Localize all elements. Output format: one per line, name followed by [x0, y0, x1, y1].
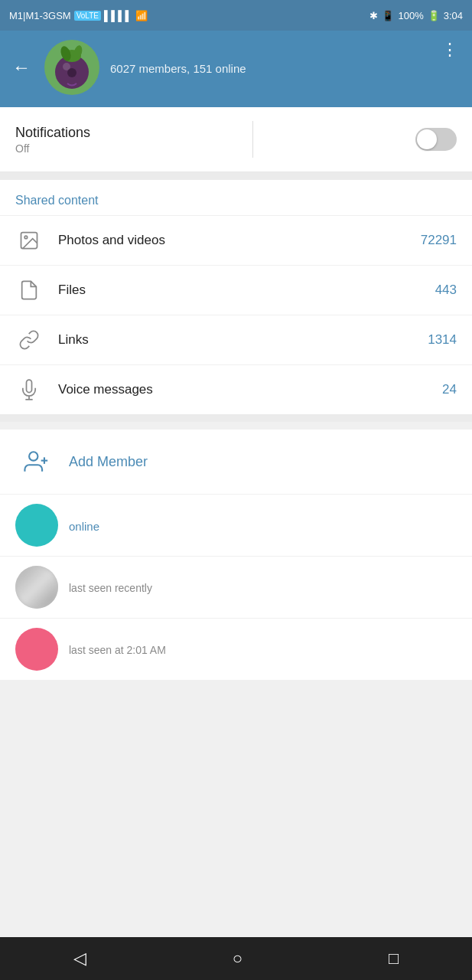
status-bar-left: M1|M1-3GSM VoLTE ▌▌▌▌ 📶	[9, 10, 148, 21]
voice-count: 24	[442, 382, 457, 397]
carrier-label: M1|M1-3GSM	[9, 10, 71, 21]
group-avatar	[44, 40, 99, 95]
files-label: Files	[58, 283, 435, 298]
time-label: 3:04	[444, 10, 463, 21]
notifications-label: Notifications	[15, 125, 90, 141]
notifications-status: Off	[15, 142, 90, 155]
battery-icon: 🔋	[428, 10, 440, 21]
bluetooth-icon: ✱	[369, 10, 378, 21]
members-section: Add Member online last seen recently las…	[0, 430, 472, 681]
voice-icon	[15, 376, 43, 403]
photos-icon	[15, 227, 43, 254]
device-icon: 📱	[382, 10, 394, 21]
svg-point-10	[29, 452, 37, 460]
volte-badge: VoLTE	[74, 11, 101, 21]
group-header: ← 6027 members, 151 online ⋮	[0, 31, 472, 107]
photos-count: 72291	[421, 233, 457, 248]
add-member-label: Add Member	[69, 454, 148, 470]
home-nav-button[interactable]: ○	[217, 942, 258, 975]
files-count: 443	[435, 283, 457, 298]
toggle-knob	[417, 129, 437, 149]
more-options-button[interactable]: ⋮	[441, 40, 460, 60]
notifications-divider	[252, 121, 253, 158]
section-divider-2	[0, 414, 472, 422]
svg-point-7	[24, 236, 28, 239]
group-info: 6027 members, 151 online	[110, 60, 460, 75]
back-nav-button[interactable]: ◁	[58, 942, 102, 975]
add-member-row[interactable]: Add Member	[0, 430, 472, 495]
status-bar-right: ✱ 📱 100% 🔋 3:04	[369, 10, 463, 21]
section-divider-1	[0, 172, 472, 180]
shared-content-title: Shared content	[0, 191, 472, 215]
status-bar: M1|M1-3GSM VoLTE ▌▌▌▌ 📶 ✱ 📱 100% 🔋 3:04	[0, 0, 472, 31]
notifications-toggle[interactable]	[415, 128, 457, 151]
member-info: last seen at 2:01 AM	[69, 642, 457, 656]
member-status: online	[69, 520, 457, 533]
links-count: 1314	[428, 332, 457, 348]
notifications-row: Notifications Off	[0, 107, 472, 172]
add-member-icon	[15, 440, 58, 483]
signal-icon: ▌▌▌▌	[104, 10, 132, 21]
back-button[interactable]: ←	[12, 57, 31, 78]
member-row[interactable]: last seen recently	[0, 557, 472, 619]
member-status: last seen recently	[69, 582, 457, 594]
links-label: Links	[58, 332, 428, 348]
battery-label: 100%	[398, 10, 423, 21]
member-info: last seen recently	[69, 580, 457, 594]
recents-nav-button[interactable]: □	[373, 942, 414, 975]
member-info: online	[69, 518, 457, 533]
shared-content-section: Shared content Photos and videos 72291 F…	[0, 180, 472, 414]
shared-files-row[interactable]: Files 443	[0, 265, 472, 315]
svg-point-5	[63, 63, 70, 70]
bottom-nav-bar: ◁ ○ □	[0, 937, 472, 980]
group-stats: 6027 members, 151 online	[110, 62, 460, 75]
notifications-info: Notifications Off	[15, 125, 90, 155]
shared-photos-row[interactable]: Photos and videos 72291	[0, 215, 472, 265]
photos-label: Photos and videos	[58, 233, 421, 248]
voice-label: Voice messages	[58, 382, 442, 397]
shared-voice-row[interactable]: Voice messages 24	[0, 364, 472, 414]
avatar	[15, 566, 58, 609]
avatar	[15, 504, 58, 547]
member-status: last seen at 2:01 AM	[69, 644, 457, 656]
avatar	[15, 628, 58, 671]
shared-links-row[interactable]: Links 1314	[0, 315, 472, 364]
member-row[interactable]: last seen at 2:01 AM	[0, 619, 472, 681]
files-icon	[15, 276, 43, 304]
links-icon	[15, 326, 43, 354]
member-row[interactable]: online	[0, 495, 472, 557]
wifi-icon: 📶	[135, 10, 148, 21]
